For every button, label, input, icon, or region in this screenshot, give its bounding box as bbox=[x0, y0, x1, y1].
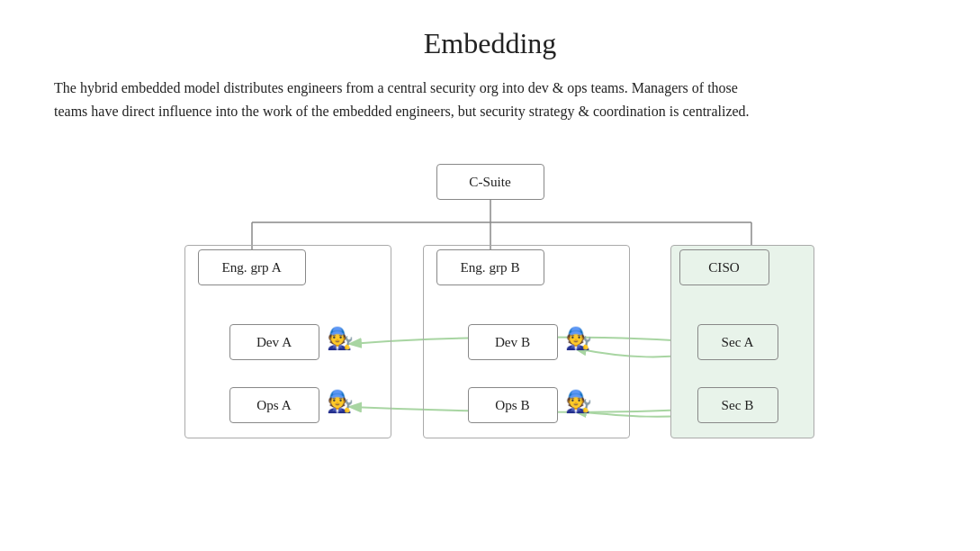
sec-b-box: Sec B bbox=[697, 387, 778, 423]
eng-grp-b-box: Eng. grp B bbox=[436, 249, 544, 285]
ciso-box: CISO bbox=[679, 249, 769, 285]
dev-a-icon: 🧑‍🔧 bbox=[327, 326, 354, 351]
ops-b-box: Ops B bbox=[468, 387, 558, 423]
sec-a-box: Sec A bbox=[697, 324, 778, 360]
dev-a-box: Dev A bbox=[229, 324, 319, 360]
page-title: Embedding bbox=[54, 27, 926, 60]
eng-grp-a-box: Eng. grp A bbox=[198, 249, 306, 285]
csuite-box: C-Suite bbox=[436, 164, 544, 200]
ops-a-box: Ops A bbox=[229, 387, 319, 423]
dev-b-icon: 🧑‍🔧 bbox=[565, 326, 592, 351]
org-diagram: C-Suite Eng. grp A Dev A Ops A Eng. grp … bbox=[130, 155, 850, 461]
ops-b-icon: 🧑‍🔧 bbox=[565, 389, 592, 414]
ops-a-icon: 🧑‍🔧 bbox=[327, 389, 354, 414]
page-description: The hybrid embedded model distributes en… bbox=[54, 77, 756, 122]
dev-b-box: Dev B bbox=[468, 324, 558, 360]
